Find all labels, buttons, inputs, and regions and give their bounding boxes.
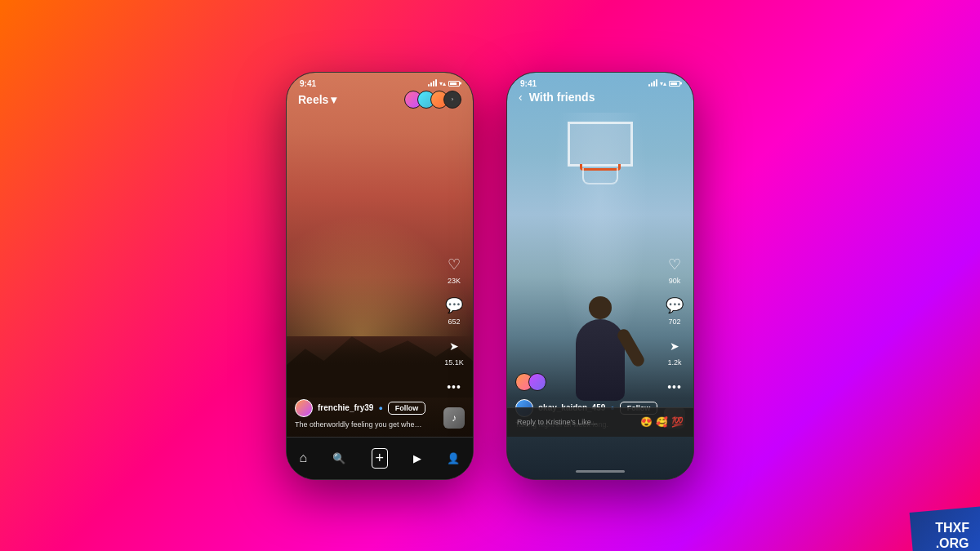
add-icon-1: + [372, 448, 389, 469]
avatar-more: › [443, 91, 461, 109]
emoji-3: 💯 [671, 416, 684, 428]
phone-1: 9:41 ▾▴ Reels ▾ › [286, 72, 474, 480]
nav-home-1[interactable]: ⌂ [300, 451, 308, 465]
heart-icon-2: ♡ [664, 254, 685, 275]
username-1[interactable]: frenchie_fry39 [318, 403, 373, 412]
battery-icon-2 [669, 81, 680, 87]
share-button-1[interactable]: ➤ 15.1K [443, 335, 465, 367]
bottom-nav-1: ⌂ 🔍 + ▶ 👤 [287, 437, 473, 479]
comment-count-1: 652 [448, 318, 460, 326]
share-count-2: 1.2k [667, 358, 681, 367]
comment-button-1[interactable]: 💬 652 [443, 295, 465, 326]
music-icon-container-1: ♪ [443, 407, 465, 429]
nav-add-1[interactable]: + [372, 448, 389, 469]
phone-2: 9:41 ▾▴ ‹ With friends ♡ 90k 💬 702 [506, 72, 694, 480]
like-button-2[interactable]: ♡ 90k [664, 254, 685, 285]
reels-label: Reels [298, 93, 328, 106]
status-time-2: 9:41 [520, 79, 537, 88]
verified-badge-1: ● [378, 404, 382, 412]
nav-profile-1[interactable]: 👤 [447, 452, 460, 464]
user-row-1: frenchie_fry39 ● Follow [295, 399, 432, 417]
hoop-backboard [568, 122, 633, 167]
hoop-net [582, 168, 618, 184]
reels-header: Reels ▾ › [287, 91, 473, 109]
nav-reels-1[interactable]: ▶ [413, 452, 421, 464]
status-bar-2: 9:41 ▾▴ [507, 73, 693, 91]
person-silhouette [568, 308, 633, 406]
friends-title: With friends [529, 91, 595, 104]
more-icon-1: ••• [443, 376, 465, 398]
bottom-info-1: frenchie_fry39 ● Follow The otherworldly… [295, 399, 432, 430]
reels-title[interactable]: Reels ▾ [298, 93, 336, 106]
comment-placeholder-2: Reply to Kristine's Like... [517, 418, 634, 426]
home-indicator-2 [576, 470, 625, 473]
status-icons-1: ▾▴ [428, 80, 460, 87]
dropdown-icon: ▾ [331, 93, 336, 106]
follow-button-1[interactable]: Follow [388, 402, 426, 415]
comment-icon-1: 💬 [443, 295, 465, 316]
reels-icon-1: ▶ [413, 452, 421, 464]
heart-icon-1: ♡ [443, 254, 465, 275]
wifi-icon-2: ▾▴ [660, 80, 666, 87]
emoji-2: 🥰 [656, 416, 668, 428]
person-body [576, 319, 625, 401]
more-icon-2: ••• [664, 376, 685, 398]
battery-icon-1 [448, 81, 460, 87]
watermark: THXF .ORG [910, 505, 980, 551]
status-time-1: 9:41 [300, 79, 316, 88]
comment-bar-2[interactable]: Reply to Kristine's Like... 😍 🥰 💯 [507, 407, 693, 437]
signal-icon-1 [428, 80, 437, 87]
side-actions-1: ♡ 23K 💬 652 ➤ 15.1K ••• [443, 254, 465, 398]
like-button-1[interactable]: ♡ 23K [443, 254, 465, 285]
music-icon-1: ♪ [443, 407, 465, 429]
watermark-text: THXF .ORG [935, 520, 969, 551]
friends-watching [515, 373, 546, 391]
share-count-1: 15.1K [444, 358, 464, 367]
person-head [589, 296, 612, 319]
user-avatar-1 [295, 399, 313, 417]
profile-icon-1: 👤 [447, 452, 460, 464]
basketball-hoop [559, 122, 641, 195]
nav-search-1[interactable]: 🔍 [332, 452, 345, 464]
friend-avatar-2 [528, 373, 546, 391]
share-icon-1: ➤ [443, 335, 465, 357]
like-count-1: 23K [448, 277, 461, 285]
share-button-2[interactable]: ➤ 1.2k [664, 335, 685, 367]
comment-button-2[interactable]: 💬 702 [664, 295, 685, 326]
home-icon-1: ⌂ [300, 451, 308, 465]
caption-1: The otherworldly feeling you get when yo… [295, 420, 425, 430]
wifi-icon-1: ▾▴ [439, 80, 446, 87]
more-button-1[interactable]: ••• [443, 376, 465, 398]
comment-emojis: 😍 🥰 💯 [640, 416, 684, 428]
comment-icon-2: 💬 [664, 295, 685, 316]
signal-icon-2 [648, 80, 657, 87]
share-icon-2: ➤ [664, 335, 685, 357]
friends-header: ‹ With friends [507, 91, 693, 104]
search-icon-1: 🔍 [332, 452, 345, 464]
back-button-2[interactable]: ‹ [519, 91, 523, 104]
side-actions-2: ♡ 90k 💬 702 ➤ 1.2k ••• [664, 254, 685, 398]
like-count-2: 90k [669, 277, 681, 285]
comment-count-2: 702 [668, 318, 680, 326]
emoji-1: 😍 [640, 416, 653, 428]
status-bar-1: 9:41 ▾▴ [287, 73, 473, 91]
reels-avatars[interactable]: › [404, 91, 461, 109]
more-button-2[interactable]: ••• [664, 376, 685, 398]
status-icons-2: ▾▴ [648, 80, 680, 87]
